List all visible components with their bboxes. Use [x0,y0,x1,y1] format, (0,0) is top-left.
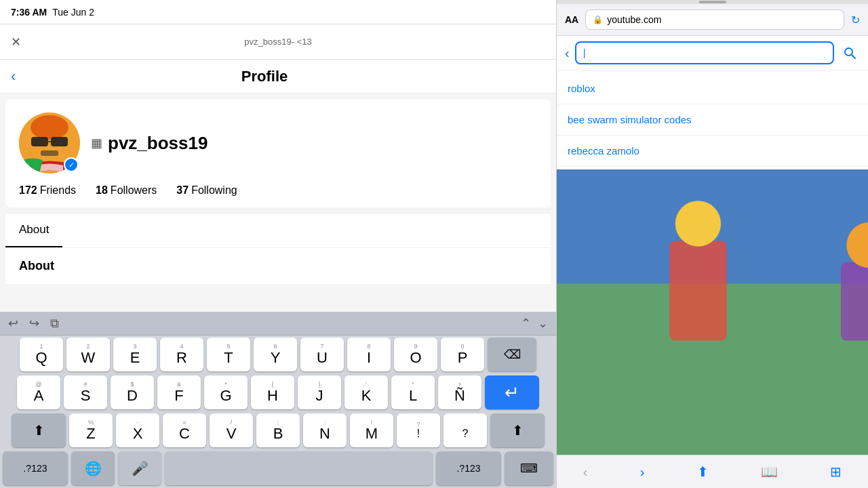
key-h[interactable]: (H [251,375,294,409]
collapse-down-button[interactable]: ⌄ [538,316,548,331]
followers-stat: 18 Followers [96,184,157,197]
suggestion-roblox[interactable]: roblox [557,73,868,104]
browser-toolbar: AA 🔒 youtube.com ↻ [557,4,868,36]
key-delete[interactable]: ⌫ [488,338,536,371]
close-button[interactable]: ✕ [11,35,21,49]
about-heading: About [19,259,54,272]
key-x[interactable]: -X [116,413,159,447]
key-space[interactable] [165,451,433,485]
search-submit-button[interactable] [840,43,860,63]
key-s[interactable]: #S [64,375,107,409]
svg-line-7 [852,55,855,58]
profile-name-wrap: ▦ pvz_boss19 [91,133,208,154]
key-question[interactable]: .? [443,413,487,447]
key-t[interactable]: 5T [207,338,250,371]
key-r[interactable]: 4R [160,338,203,371]
browser-bookmarks-button[interactable]: 📖 [754,461,785,483]
suggestion-bee-swarm[interactable]: bee swarm simulator codes [557,104,868,136]
browser-aa-button[interactable]: AA [565,14,578,25]
friends-label: Friends [40,184,76,197]
key-n[interactable]: :N [303,413,347,447]
key-globe[interactable]: 🌐 [71,451,115,485]
profile-top: ✓ ▦ pvz_boss19 [19,113,537,174]
suggestion-rebecca[interactable]: rebecca zamolo [557,136,868,167]
key-mic[interactable]: 🎤 [118,451,161,485]
friends-stat: 172 Friends [19,184,76,197]
app-topbar: ✕ pvz_boss19- <13 [0,24,556,60]
key-c[interactable]: =C [163,413,206,447]
app-tab-title: pvz_boss19- <13 [244,37,311,47]
suggestions-list: roblox bee swarm simulator codes rebecca… [557,70,868,169]
friends-count: 172 [19,184,37,197]
browser-tabs-button[interactable]: ⊞ [823,461,848,483]
back-button[interactable]: ‹ [11,68,16,85]
profile-grid-icon: ▦ [91,136,102,150]
profile-nav: ‹ Profile [0,60,556,94]
svg-rect-12 [669,241,726,340]
keyboard-area: ↩ ↪ ⧉ ⌃ ⌄ 1Q 2W 3E 4R 5T 6Y 7U 8I 9O 0P … [0,312,556,488]
stats-row: 172 Friends 18 Followers 37 Following [19,184,537,197]
key-w[interactable]: 2W [66,338,110,371]
key-i[interactable]: 8I [347,338,391,371]
keyboard-row-1: 1Q 2W 3E 4R 5T 6Y 7U 8I 9O 0P ⌫ [0,336,556,373]
key-b[interactable]: ;B [256,413,300,447]
key-q[interactable]: 1Q [20,338,63,371]
key-o[interactable]: 9O [394,338,437,371]
key-j[interactable]: )J [298,375,341,409]
key-u[interactable]: 7U [300,338,344,371]
key-m[interactable]: !M [350,413,393,447]
copy-button[interactable]: ⧉ [50,317,59,331]
search-cursor: | [583,47,586,58]
followers-count: 18 [96,184,108,197]
browser-address-bar[interactable]: 🔒 youtube.com [585,9,844,30]
handle-bar [699,1,726,3]
key-shift-right[interactable]: ⬆ [490,413,545,447]
following-stat: 37 Following [176,184,237,197]
browser-search-bar: ‹ | [557,36,868,70]
key-p[interactable]: 0P [441,338,484,371]
svg-rect-5 [41,150,58,156]
key-z[interactable]: %Z [69,413,113,447]
following-label: Following [191,184,237,197]
key-d[interactable]: $D [111,375,154,409]
keyboard-row-4: .?123 🌐 🎤 .?123 ⌨ [0,449,556,488]
keyboard-toolbar: ↩ ↪ ⧉ ⌃ ⌄ [0,312,556,336]
profile-name-section: ▦ pvz_boss19 [91,133,208,154]
collapse-up-button[interactable]: ⌃ [521,316,531,331]
verified-badge: ✓ [64,157,79,172]
redo-button[interactable]: ↪ [29,316,39,331]
tab-bar: About [5,213,551,247]
key-a[interactable]: @A [17,375,60,409]
key-numbers-right[interactable]: .?123 [436,451,501,485]
key-return[interactable]: ↵ [485,375,539,409]
key-exclaim[interactable]: ?! [397,413,440,447]
key-f[interactable]: &F [157,375,201,409]
key-v[interactable]: /V [210,413,253,447]
key-k[interactable]: 'K [344,375,388,409]
collapse-buttons: ⌃ ⌄ [521,316,548,331]
key-y[interactable]: 6Y [254,338,297,371]
svg-point-13 [675,201,721,246]
browser-back-button[interactable]: ‹ [565,45,570,61]
browser-prev-button[interactable]: ‹ [576,462,595,483]
keyboard-row-2: @A #S $D &F *G (H )J 'K "L +Ñ ↵ [0,373,556,411]
key-l[interactable]: "L [391,375,435,409]
key-g[interactable]: *G [204,375,248,409]
key-keyboard-hide[interactable]: ⌨ [505,451,553,485]
tab-about[interactable]: About [5,214,62,247]
browser-panel: AA 🔒 youtube.com ↻ ‹ | roblox bee swarm … [556,0,868,488]
status-date: Tue Jun 2 [52,7,94,18]
undo-button[interactable]: ↩ [8,316,18,331]
profile-title: Profile [241,68,288,85]
search-input-field[interactable]: | [575,41,834,64]
key-n-tilde[interactable]: +Ñ [438,375,481,409]
avatar: ✓ [19,113,80,174]
key-numbers[interactable]: .?123 [3,451,68,485]
key-shift-left[interactable]: ⬆ [12,413,66,447]
profile-card: ✓ ▦ pvz_boss19 172 Friends 18 Followers [5,99,551,207]
browser-share-button[interactable]: ⬆ [690,461,715,483]
browser-next-button[interactable]: › [633,462,652,483]
svg-point-1 [31,115,68,140]
browser-refresh-button[interactable]: ↻ [851,14,860,26]
key-e[interactable]: 3E [113,338,157,371]
